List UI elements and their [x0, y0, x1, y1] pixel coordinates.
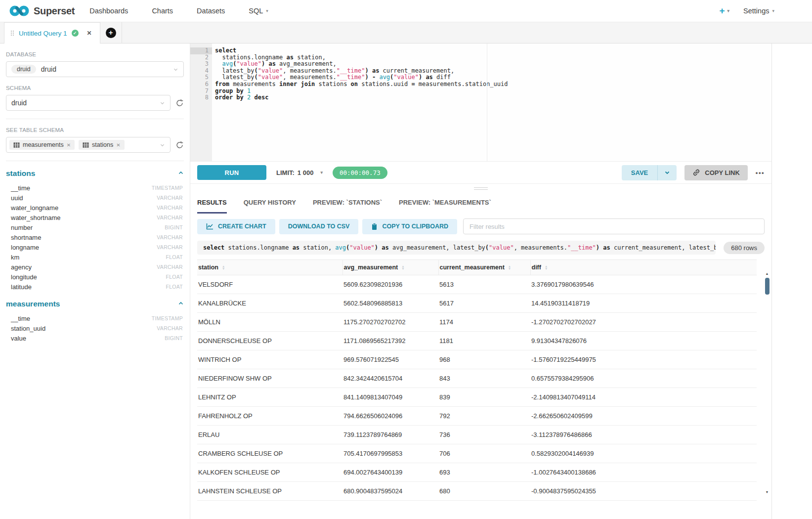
sql-token: avg: [222, 60, 233, 67]
table-cell: 969.576071922545: [342, 350, 438, 369]
pane-resize-handle[interactable]: [197, 184, 765, 193]
table-section-header[interactable]: measurements: [6, 300, 184, 308]
line-number: 3: [190, 61, 212, 68]
sql-token: desc: [255, 94, 269, 101]
sql-token: from: [215, 81, 229, 87]
table-cell: 839: [438, 388, 530, 407]
caret-down-icon: ▾: [320, 170, 323, 175]
table-pill-label: measurements: [23, 141, 64, 148]
query-tab-active[interactable]: Untitled Query 1 ✓ ✕: [4, 22, 100, 43]
sql-editor[interactable]: 12345678 select stations.longname as sta…: [190, 43, 771, 161]
column-header-diff[interactable]: diff▲▼: [530, 260, 757, 275]
column-type: BIGINT: [165, 224, 183, 230]
editor-code[interactable]: select stations.longname as station, avg…: [212, 43, 771, 161]
sql-token: on: [351, 81, 358, 87]
scroll-up-icon[interactable]: ▲: [766, 272, 769, 276]
caret-down-icon: ▾: [727, 8, 730, 13]
column-item: uuidVARCHAR: [6, 193, 184, 203]
table-row: LAHNSTEIN SCHLEUSE OP680.900483759502468…: [197, 482, 757, 501]
query-success-icon: ✓: [72, 30, 79, 37]
tab-preview-stations[interactable]: PREVIEW: `STATIONS`: [313, 193, 382, 214]
sql-token: measurements: [229, 81, 279, 87]
table-select[interactable]: measurements✕stations✕: [6, 137, 171, 153]
sql-token: [251, 94, 254, 101]
caret-down-icon: ▾: [772, 8, 774, 13]
more-actions-button[interactable]: •••: [756, 169, 765, 176]
column-type: FLOAT: [166, 284, 183, 290]
nav-menu: Dashboards Charts Datasets SQL▾: [89, 7, 268, 15]
remove-table-icon[interactable]: ✕: [116, 142, 120, 148]
table-cell: 9.91304347826076: [530, 332, 757, 350]
sql-token: measurements.station_uuid: [415, 81, 508, 87]
column-item: shortnameVARCHAR: [6, 232, 184, 242]
column-header-current_measurement[interactable]: current_measurement▲▼: [438, 260, 530, 275]
navbar: Superset Dashboards Charts Datasets SQL▾…: [0, 0, 812, 22]
schema-select[interactable]: druid: [6, 95, 171, 111]
column-header-avg_measurement[interactable]: avg_measurement▲▼: [342, 260, 438, 275]
nav-item-dashboards[interactable]: Dashboards: [89, 7, 128, 15]
sort-icon: ▲▼: [508, 265, 511, 270]
sql-token: ): [365, 74, 368, 81]
database-select[interactable]: druid druid: [6, 61, 184, 77]
nav-item-charts[interactable]: Charts: [152, 7, 173, 15]
table-cell: 736: [438, 426, 530, 444]
tab-query-history[interactable]: QUERY HISTORY: [244, 193, 296, 214]
scrollbar-thumb[interactable]: [765, 278, 769, 295]
scroll-down-icon[interactable]: ▼: [766, 490, 769, 494]
save-split-button: SAVE: [622, 165, 677, 180]
table-cell: 1175.2702702702702: [342, 313, 438, 332]
table-cell: -0.9004837595024355: [530, 482, 757, 501]
close-tab-icon[interactable]: ✕: [87, 30, 92, 37]
table-cell: 968: [438, 350, 530, 369]
copy-to-clipboard-button[interactable]: COPY TO CLIPBOARD: [362, 219, 457, 234]
table-row: ERLAU739.1123789764869736-3.112378976486…: [197, 426, 757, 444]
database-value: druid: [41, 65, 56, 73]
chevron-up-icon: [178, 169, 184, 178]
column-header-station[interactable]: station▲▼: [197, 260, 342, 275]
new-item-button[interactable]: +▾: [719, 5, 729, 16]
refresh-schema-icon[interactable]: [175, 99, 184, 107]
run-button[interactable]: RUN: [197, 165, 266, 180]
save-dropdown-button[interactable]: [658, 165, 677, 180]
sql-token: as: [293, 244, 299, 251]
results-scrollbar[interactable]: ▲ ▼: [764, 272, 770, 494]
sql-token: "value": [258, 67, 283, 74]
column-item: __timeTIMESTAMP: [6, 313, 184, 323]
tab-preview-measurements[interactable]: PREVIEW: `MEASUREMENTS`: [399, 193, 491, 214]
chevron-down-icon: [160, 142, 165, 148]
refresh-tables-icon[interactable]: [175, 141, 184, 149]
nav-item-datasets[interactable]: Datasets: [197, 7, 225, 15]
filter-results-input[interactable]: [463, 218, 765, 234]
table-pill-measurements[interactable]: measurements✕: [9, 140, 75, 150]
schema-value: druid: [11, 99, 27, 107]
column-type: VARCHAR: [157, 325, 183, 331]
results-actions: CREATE CHART DOWNLOAD TO CSV COPY TO CLI…: [197, 218, 765, 234]
tab-results[interactable]: RESULTS: [197, 193, 227, 214]
column-header-inner: current_measurement▲▼: [440, 264, 512, 271]
nav-item-sql[interactable]: SQL▾: [249, 7, 268, 15]
sort-desc-icon: ▼: [545, 267, 548, 270]
column-type: VARCHAR: [157, 195, 183, 201]
sql-token: (: [254, 74, 257, 81]
create-chart-button[interactable]: CREATE CHART: [197, 219, 275, 234]
table-cell: -2.1409813407049114: [530, 388, 757, 407]
schema-label: SCHEMA: [6, 85, 184, 91]
copy-link-button[interactable]: COPY LINK: [684, 165, 748, 180]
table-cell: 14.45190311418719: [530, 294, 757, 313]
settings-menu[interactable]: Settings▾: [743, 7, 774, 15]
scrollbar-track[interactable]: [764, 276, 770, 490]
table-section-header[interactable]: stations: [6, 169, 184, 178]
limit-dropdown[interactable]: LIMIT: 1 000 ▾: [276, 169, 323, 176]
table-pill-stations[interactable]: stations✕: [79, 140, 124, 150]
table-schema-label: SEE TABLE SCHEMA: [6, 127, 184, 133]
sql-token: as: [287, 54, 294, 61]
download-csv-button[interactable]: DOWNLOAD TO CSV: [279, 219, 359, 234]
column-name: latitude: [11, 283, 32, 291]
superset-logo[interactable]: Superset: [9, 5, 75, 17]
table-cell: -1.2702702702702027: [530, 313, 757, 332]
table-section-stations: stations__timeTIMESTAMPuuidVARCHARwater_…: [6, 169, 184, 292]
add-query-tab[interactable]: +: [100, 22, 122, 43]
remove-table-icon[interactable]: ✕: [67, 142, 71, 148]
save-button[interactable]: SAVE: [622, 165, 658, 180]
sql-token: as: [603, 244, 610, 251]
